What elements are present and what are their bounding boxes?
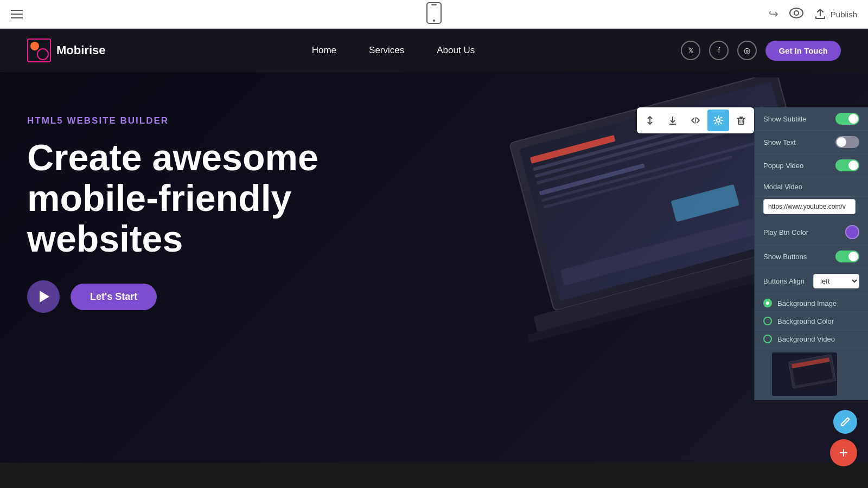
bg-image-radio[interactable]: [763, 299, 772, 307]
buttons-align-dropdown[interactable]: left center right: [813, 274, 859, 288]
play-btn-color-label: Play Btn Color: [763, 228, 845, 236]
modal-video-label: Modal Video: [763, 183, 859, 191]
site-nav-links: Home Services About Us: [312, 45, 475, 56]
setting-show-buttons: Show Buttons: [755, 245, 868, 268]
undo-icon[interactable]: ↩: [769, 7, 778, 21]
bg-color-radio[interactable]: [763, 317, 772, 325]
play-button[interactable]: [27, 280, 60, 313]
fab-add-button[interactable]: +: [830, 439, 857, 466]
popup-video-label: Popup Video: [763, 162, 835, 170]
publish-button[interactable]: Publish: [814, 8, 857, 20]
setting-bg-color[interactable]: Background Color: [755, 312, 868, 330]
hero-subtitle: HTML5 WEBSITE BUILDER: [27, 115, 380, 126]
bg-thumbnail-container: [755, 348, 868, 400]
facebook-icon[interactable]: f: [709, 41, 729, 60]
settings-panel: Show Subtitle Show Text Popup Video Moda…: [754, 107, 868, 400]
fab-edit-button[interactable]: [833, 410, 857, 434]
logo-text: Mobirise: [56, 43, 105, 57]
website-preview: Mobirise Home Services About Us 𝕏 f ◎ Ge…: [0, 29, 868, 488]
buttons-align-label: Buttons Align: [763, 277, 813, 285]
bg-video-radio[interactable]: [763, 335, 772, 343]
play-btn-color-picker[interactable]: [845, 225, 859, 239]
hero-content: HTML5 WEBSITE BUILDER Create awesome mob…: [27, 115, 380, 313]
download-button[interactable]: [662, 110, 684, 131]
nav-services[interactable]: Services: [369, 45, 404, 56]
show-text-label: Show Text: [763, 138, 835, 146]
modal-video-input[interactable]: [763, 199, 856, 214]
bg-video-label: Background Video: [777, 335, 835, 343]
setting-popup-video: Popup Video: [755, 154, 868, 177]
show-text-toggle[interactable]: [835, 136, 859, 148]
hero-buttons: Let's Start: [27, 280, 380, 313]
top-bar: ↩ Publish: [0, 0, 868, 29]
setting-bg-video[interactable]: Background Video: [755, 330, 868, 348]
mobile-preview-icon[interactable]: [426, 2, 442, 26]
top-bar-left: [11, 10, 23, 18]
top-bar-center: [426, 2, 442, 26]
svg-point-1: [433, 20, 435, 22]
hero-title: Create awesome mobile-friendly websites: [27, 137, 380, 259]
svg-point-3: [790, 8, 803, 18]
svg-point-4: [794, 11, 799, 15]
setting-modal-video-label: Modal Video: [755, 177, 868, 197]
top-bar-right: ↩ Publish: [769, 7, 857, 21]
svg-rect-23: [738, 118, 744, 124]
popup-video-toggle[interactable]: [835, 159, 859, 171]
settings-button[interactable]: [707, 110, 729, 131]
setting-show-subtitle: Show Subtitle: [755, 107, 868, 131]
bg-image-label: Background Image: [777, 299, 837, 307]
delete-button[interactable]: [730, 110, 752, 131]
nav-home[interactable]: Home: [312, 45, 336, 56]
hamburger-menu[interactable]: [11, 10, 23, 18]
site-logo: Mobirise: [27, 38, 105, 62]
get-in-touch-button[interactable]: Get In Touch: [765, 41, 841, 61]
svg-line-21: [695, 117, 696, 124]
bg-color-label: Background Color: [777, 317, 834, 325]
preview-icon[interactable]: [789, 8, 803, 21]
setting-bg-image[interactable]: Background Image: [755, 294, 868, 312]
setting-buttons-align: Buttons Align left center right: [755, 268, 868, 294]
play-icon: [40, 291, 49, 303]
svg-point-22: [717, 119, 720, 122]
site-nav: Mobirise Home Services About Us 𝕏 f ◎ Ge…: [0, 29, 868, 72]
twitter-icon[interactable]: 𝕏: [681, 41, 700, 60]
setting-play-btn-color: Play Btn Color: [755, 220, 868, 245]
show-subtitle-label: Show Subtitle: [763, 115, 835, 123]
lets-start-button[interactable]: Let's Start: [71, 284, 157, 310]
show-buttons-toggle[interactable]: [835, 251, 859, 262]
reorder-button[interactable]: [639, 110, 661, 131]
show-subtitle-toggle[interactable]: [835, 113, 859, 125]
add-icon: +: [839, 445, 848, 460]
setting-show-text: Show Text: [755, 131, 868, 154]
site-nav-right: 𝕏 f ◎ Get In Touch: [681, 41, 841, 61]
component-toolbar: [637, 107, 754, 133]
show-buttons-label: Show Buttons: [763, 253, 835, 261]
code-button[interactable]: [685, 110, 706, 131]
bg-thumbnail[interactable]: [772, 352, 837, 396]
instagram-icon[interactable]: ◎: [737, 41, 757, 60]
setting-modal-video-url: [755, 197, 868, 220]
logo-icon: [27, 38, 51, 62]
nav-about[interactable]: About Us: [437, 45, 475, 56]
preview-area: Mobirise Home Services About Us 𝕏 f ◎ Ge…: [0, 29, 868, 488]
